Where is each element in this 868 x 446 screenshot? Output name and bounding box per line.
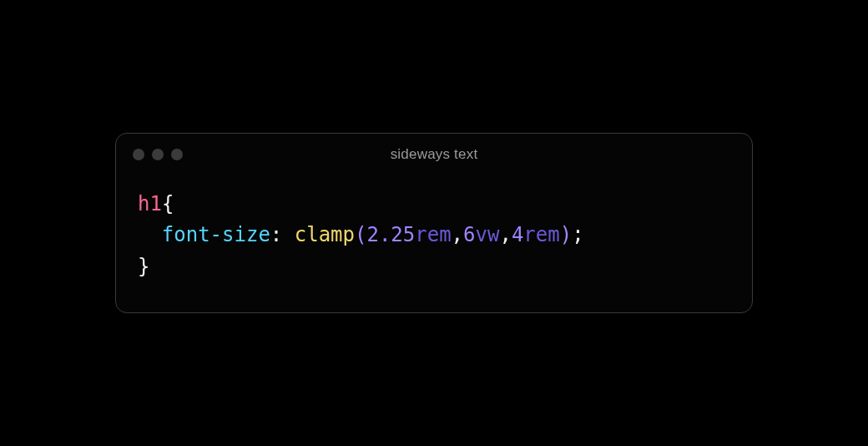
semicolon: ;: [572, 223, 583, 246]
comma2: ,: [499, 223, 511, 246]
code-line-1: h1{: [138, 189, 730, 220]
code-window: sideways text h1{ font-size: clamp(2.25r…: [115, 133, 753, 313]
colon: :: [270, 223, 282, 246]
arg2-unit: vw: [476, 223, 500, 246]
brace-open: {: [162, 192, 174, 215]
close-icon[interactable]: [133, 149, 144, 160]
brace-close: }: [138, 255, 149, 278]
arg3-unit: rem: [523, 223, 559, 246]
css-function: clamp: [295, 223, 355, 246]
arg2-number: 6: [463, 223, 475, 246]
traffic-lights: [133, 149, 183, 160]
window-titlebar: sideways text: [116, 134, 752, 172]
css-property: font-size: [162, 223, 270, 246]
code-block[interactable]: h1{ font-size: clamp(2.25rem,6vw,4rem); …: [116, 172, 752, 312]
css-selector: h1: [138, 192, 162, 215]
window-title: sideways text: [116, 146, 752, 163]
paren-close: ): [560, 223, 572, 246]
minimize-icon[interactable]: [152, 149, 164, 160]
arg1-number: 2.25: [366, 223, 415, 246]
arg3-number: 4: [512, 223, 523, 246]
maximize-icon[interactable]: [171, 149, 183, 160]
paren-open: (: [355, 223, 366, 246]
comma1: ,: [452, 223, 463, 246]
code-line-2: font-size: clamp(2.25rem,6vw,4rem);: [138, 220, 730, 251]
code-line-3: }: [138, 251, 730, 282]
arg1-unit: rem: [415, 223, 451, 246]
